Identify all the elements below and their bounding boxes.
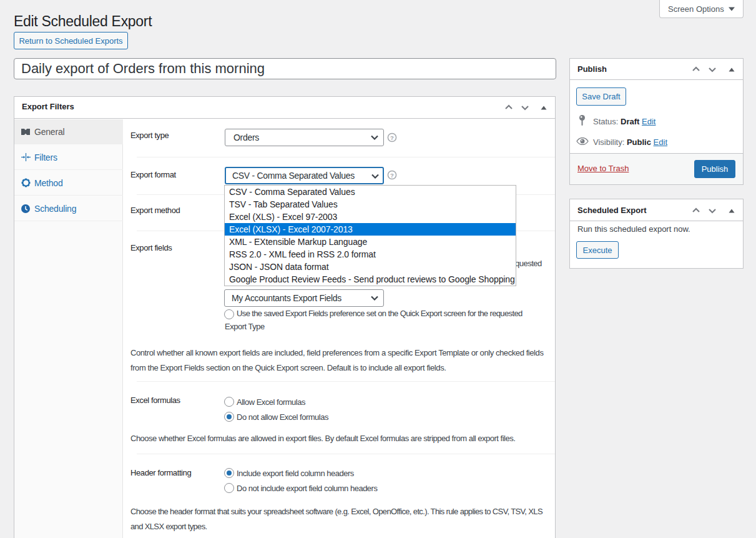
svg-text:?: ? (390, 134, 394, 141)
svg-text:?: ? (390, 172, 394, 179)
